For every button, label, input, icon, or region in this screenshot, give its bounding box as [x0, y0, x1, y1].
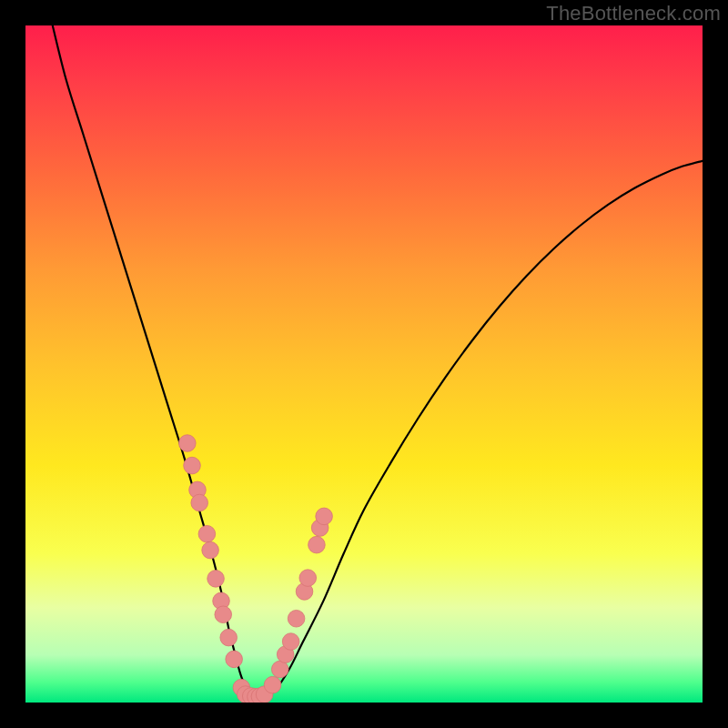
curve-marker [215, 606, 232, 623]
curve-marker [220, 629, 238, 646]
watermark-text: TheBottleneck.com [546, 2, 721, 25]
chart-frame: TheBottleneck.com [0, 0, 728, 728]
curve-marker [198, 525, 216, 542]
curve-marker [308, 536, 326, 553]
curve-marker [282, 633, 299, 651]
curve-marker [207, 571, 225, 588]
curve-markers [179, 435, 333, 703]
curve-marker [179, 435, 197, 452]
curve-marker [299, 570, 317, 587]
plot-area [25, 25, 703, 703]
curve-marker [226, 651, 243, 668]
curve-marker [316, 508, 333, 525]
bottleneck-curve [53, 25, 703, 700]
curve-marker [271, 661, 288, 678]
curve-marker [288, 610, 305, 627]
plot-svg [25, 25, 703, 703]
curve-marker [184, 457, 201, 474]
curve-marker [264, 676, 281, 693]
curve-marker [202, 541, 219, 559]
curve-marker [191, 494, 208, 511]
